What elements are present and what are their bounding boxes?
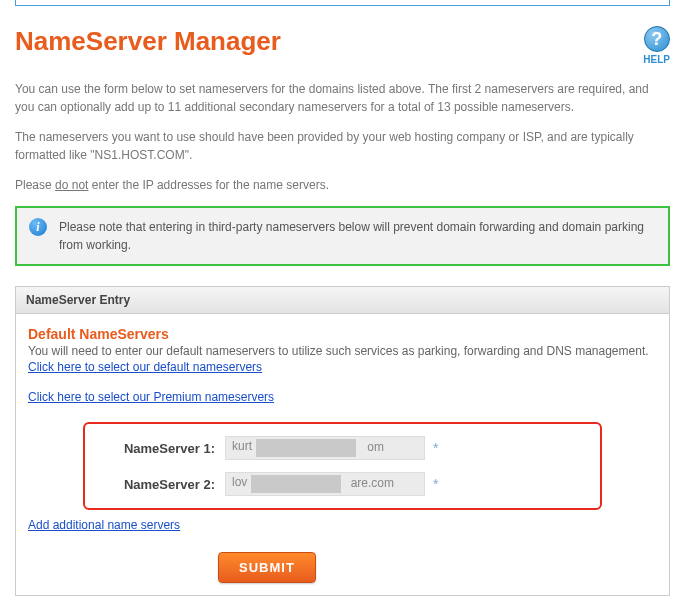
nameserver-2-input[interactable]: lov are.com [225,472,425,496]
notice-box: i Please note that entering in third-par… [15,206,670,266]
do-not-underline: do not [55,178,88,192]
top-accent-border [15,0,670,6]
redacted-strip [251,475,341,493]
default-nameservers-desc: You will need to enter our default names… [28,344,657,358]
select-premium-nameservers-link[interactable]: Click here to select our Premium nameser… [28,390,274,404]
redacted-strip [256,439,356,457]
intro-paragraph-1: You can use the form below to set namese… [15,80,670,116]
submit-button[interactable]: SUBMIT [218,552,316,583]
help-label: HELP [643,54,670,65]
nameserver-1-input[interactable]: kurt om [225,436,425,460]
help-button[interactable]: ? HELP [643,26,670,65]
intro-paragraph-3: Please do not enter the IP addresses for… [15,176,670,194]
default-nameservers-title: Default NameServers [28,326,657,342]
add-additional-nameservers-link[interactable]: Add additional name servers [28,518,180,532]
help-icon: ? [644,26,670,52]
required-marker: * [433,440,438,456]
info-icon: i [29,218,47,236]
nameserver-2-label: NameServer 2: [105,477,225,492]
intro-paragraph-2: The nameservers you want to use should h… [15,128,670,164]
intro-block: You can use the form below to set namese… [15,80,670,194]
page-title: NameServer Manager [15,26,281,57]
select-default-nameservers-link[interactable]: Click here to select our default nameser… [28,360,262,374]
section-header: NameServer Entry [16,287,669,314]
required-marker: * [433,476,438,492]
nameserver-entry-section: NameServer Entry Default NameServers You… [15,286,670,596]
nameserver-1-label: NameServer 1: [105,441,225,456]
nameserver-inputs-highlight: NameServer 1: kurt om * NameServer 2: lo… [83,422,602,510]
notice-text: Please note that entering in third-party… [59,218,656,254]
